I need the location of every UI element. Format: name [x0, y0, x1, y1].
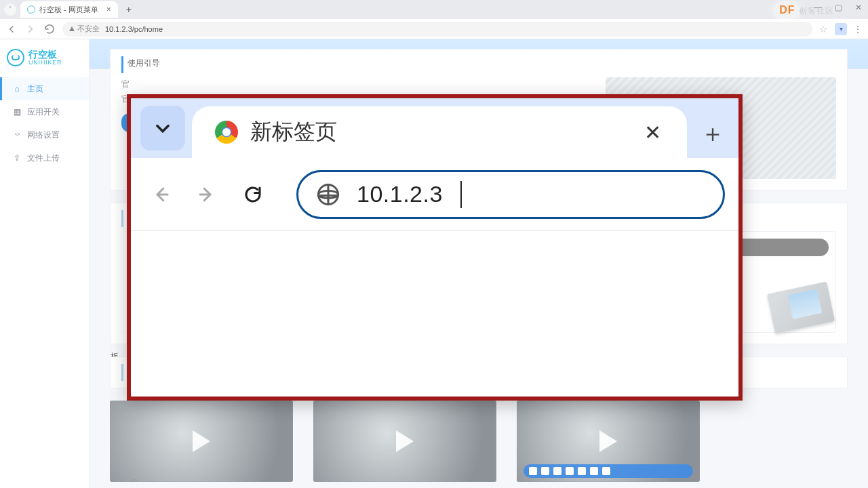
unihiker-logo-icon — [7, 49, 24, 66]
sidebar-item-label: 应用开关 — [27, 106, 60, 118]
play-icon — [396, 430, 414, 452]
overlay-address-text: 10.1.2.3 — [357, 181, 443, 207]
overlay-nav-reload-button[interactable] — [237, 178, 269, 211]
sidebar-item-label: 网络设置 — [27, 129, 60, 141]
overlay-new-tab-button[interactable]: ＋ — [687, 117, 738, 158]
browser-tab[interactable]: 行空板 - 网页菜单 × — [20, 1, 118, 18]
tab-close-button[interactable]: × — [106, 5, 111, 14]
overlay-tab-strip: 新标签页 ✕ ＋ — [131, 98, 738, 158]
new-tab-button[interactable]: + — [122, 4, 136, 15]
insecure-label: 不安全 — [77, 24, 100, 34]
arrow-left-icon — [151, 184, 171, 205]
overlay-tabs-menu-button[interactable] — [140, 106, 185, 150]
kebab-menu-button[interactable]: ⋮ — [854, 24, 863, 34]
address-bar: 不安全 10.1.2.3/pc/home ☆ ▾ ⋮ — [0, 19, 868, 39]
play-icon — [599, 430, 617, 452]
video-toolbar — [524, 464, 693, 478]
overlay-nav-back-button[interactable] — [144, 178, 177, 211]
panel-title: 使用引导 — [121, 56, 836, 73]
overlay-address-field[interactable]: 10.1.2.3 — [296, 170, 725, 219]
sidebar-item-network[interactable]: ⌔ 网络设置 — [0, 123, 89, 146]
video-thumbnail[interactable] — [517, 401, 700, 482]
nav-back-button[interactable] — [5, 23, 18, 35]
warning-icon — [69, 26, 75, 31]
wifi-icon: ⌔ — [12, 130, 22, 140]
tabs-menu-button[interactable]: ˇ — [4, 3, 16, 16]
overlay-browser-tab[interactable]: 新标签页 ✕ — [192, 106, 687, 158]
board-illustration-icon — [767, 281, 835, 333]
sidebar-nav: ⌂ 主页 ▦ 应用开关 ⌔ 网络设置 ⇪ 文件上传 — [0, 77, 89, 169]
window-controls: — ▢ ✕ — [811, 3, 865, 12]
sidebar: 行空板 UNIHIKER ⌂ 主页 ▦ 应用开关 ⌔ 网络设置 ⇪ — [0, 39, 90, 488]
overlay-tab-title: 新标签页 — [250, 117, 629, 147]
bookmark-star-icon[interactable]: ☆ — [819, 24, 828, 35]
profile-button[interactable]: ▾ — [835, 23, 847, 35]
grid-icon: ▦ — [12, 107, 22, 117]
sidebar-item-label: 文件上传 — [27, 152, 60, 164]
address-url: 10.1.2.3/pc/home — [105, 25, 163, 33]
chrome-logo-icon — [215, 121, 238, 144]
sidebar-item-label: 主页 — [27, 83, 43, 95]
window-minimize-button[interactable]: — — [811, 3, 825, 12]
sidebar-item-home[interactable]: ⌂ 主页 — [0, 77, 89, 100]
overlay-tab-close-button[interactable]: ✕ — [641, 121, 664, 144]
upload-icon: ⇪ — [12, 153, 22, 163]
home-icon: ⌂ — [12, 84, 22, 94]
globe-icon — [317, 184, 339, 205]
reload-icon — [243, 184, 263, 205]
favicon-icon — [27, 5, 35, 14]
video-thumbnail[interactable] — [313, 401, 496, 482]
arrow-right-icon — [197, 184, 217, 205]
brand-title-cn: 行空板 — [28, 49, 62, 60]
window-close-button[interactable]: ✕ — [852, 3, 865, 12]
video-thumbnail[interactable] — [110, 401, 293, 482]
nav-reload-button[interactable] — [43, 23, 56, 35]
guide-text-line: 官 — [121, 77, 408, 92]
brand-title-en: UNIHIKER — [28, 60, 62, 66]
nav-forward-button[interactable] — [24, 23, 37, 35]
text-cursor-icon — [460, 181, 462, 208]
insecure-badge[interactable]: 不安全 — [69, 24, 100, 34]
chevron-down-icon — [153, 119, 172, 138]
video-row — [90, 401, 868, 482]
overlay-nav-forward-button[interactable] — [191, 178, 223, 211]
overlay-chrome-window: 新标签页 ✕ ＋ 10.1.2.3 — [127, 94, 743, 401]
overlay-toolbar: 10.1.2.3 — [131, 158, 738, 231]
tab-strip: ˇ 行空板 - 网页菜单 × + DF 创客社区 — ▢ ✕ — [0, 0, 868, 19]
brand-logo[interactable]: 行空板 UNIHIKER — [0, 39, 89, 70]
tab-title: 行空板 - 网页菜单 — [39, 5, 98, 15]
play-icon — [193, 430, 210, 452]
sidebar-item-apps[interactable]: ▦ 应用开关 — [0, 100, 89, 123]
sidebar-item-upload[interactable]: ⇪ 文件上传 — [0, 146, 89, 169]
address-field[interactable]: 不安全 10.1.2.3/pc/home — [62, 22, 812, 37]
chevron-up-icon[interactable]: ︿ — [130, 473, 140, 485]
overlay-page-body — [131, 231, 738, 396]
window-maximize-button[interactable]: ▢ — [831, 3, 845, 12]
